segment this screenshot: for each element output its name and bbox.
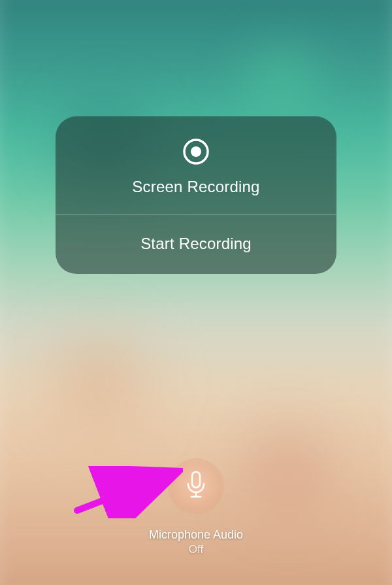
card-title: Screen Recording	[132, 178, 259, 196]
start-recording-button[interactable]: Start Recording	[56, 215, 336, 274]
microphone-label-group: Microphone Audio Off	[149, 528, 243, 556]
svg-point-1	[191, 146, 201, 157]
microphone-icon	[183, 469, 209, 503]
microphone-label: Microphone Audio	[149, 528, 243, 542]
svg-rect-2	[192, 472, 200, 488]
screen-recording-card: Screen Recording Start Recording	[56, 116, 336, 274]
microphone-toggle-button[interactable]	[168, 458, 224, 514]
record-icon	[182, 137, 210, 166]
card-header: Screen Recording	[56, 116, 336, 215]
microphone-status: Off	[149, 543, 243, 556]
